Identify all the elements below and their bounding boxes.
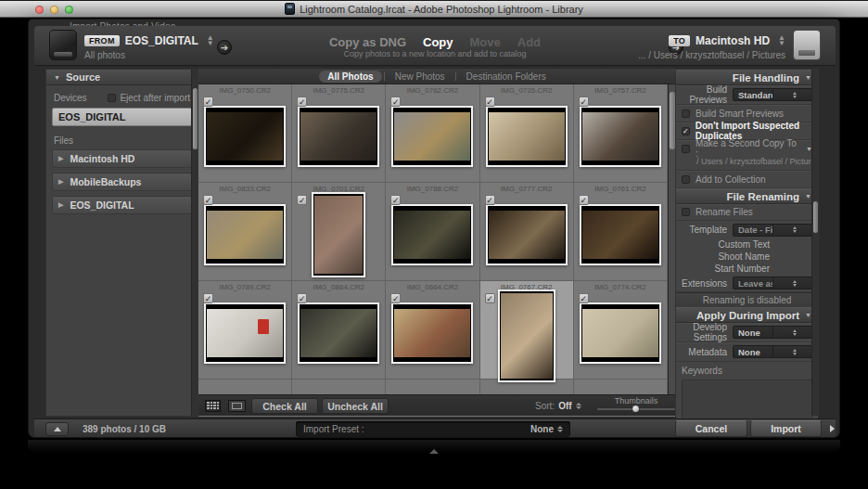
photo-cell[interactable]: IMG_0864.CR2 ✓ xyxy=(292,281,386,380)
photo-cell[interactable]: IMG_0775.CR2 ✓ xyxy=(292,84,386,183)
photo-cell[interactable]: IMG_0757.CR2 ✓ xyxy=(574,84,668,183)
grid-view-icon[interactable] xyxy=(205,400,221,412)
file-handling-header[interactable]: File Handling ▼ xyxy=(676,70,818,85)
photo-thumbnail[interactable] xyxy=(204,106,286,167)
photo-thumbnail[interactable] xyxy=(312,192,365,277)
second-copy-checkbox[interactable] xyxy=(682,145,690,153)
photo-checkbox[interactable]: ✓ xyxy=(203,195,213,205)
source-file-mobilebackups[interactable]: ▶MobileBackups xyxy=(52,173,192,191)
to-device-name[interactable]: Macintosh HD xyxy=(696,34,770,47)
import-mode-copy-as-dng[interactable]: Copy as DNG xyxy=(329,35,406,49)
import-preset-value[interactable]: None xyxy=(530,424,563,434)
photo-checkbox[interactable]: ✓ xyxy=(390,195,401,205)
settings-panel-scrollbar[interactable] xyxy=(811,70,818,416)
photo-thumbnail[interactable] xyxy=(298,302,379,364)
add-to-collection-checkbox[interactable] xyxy=(682,175,690,184)
photo-checkbox[interactable]: ✓ xyxy=(297,97,307,107)
file-renaming-header[interactable]: File Renaming ▼ xyxy=(676,188,818,204)
zoom-window-button[interactable] xyxy=(65,6,73,14)
photo-cell[interactable]: IMG_0735.CR2 ✓ xyxy=(480,84,574,183)
import-mode-add[interactable]: Add xyxy=(517,35,541,49)
grid-scrollbar[interactable] xyxy=(668,84,675,394)
eject-after-import-checkbox[interactable] xyxy=(108,94,116,102)
template-dropdown[interactable]: Date - Filename xyxy=(733,224,812,237)
loupe-view-icon[interactable] xyxy=(228,400,246,412)
build-previews-dropdown[interactable]: Standard xyxy=(733,88,812,101)
photo-cell[interactable]: IMG_0777.CR2 ✓ xyxy=(480,183,574,281)
from-device-name[interactable]: EOS_DIGITAL xyxy=(125,34,198,47)
photo-thumbnail[interactable] xyxy=(580,302,661,364)
sort-value[interactable]: Off xyxy=(558,401,571,411)
keywords-input[interactable] xyxy=(682,380,812,420)
extensions-dropdown[interactable]: Leave as-is xyxy=(733,277,812,290)
photo-cell[interactable]: IMG_0833.CR2 ✓ xyxy=(198,183,292,281)
slider-knob[interactable] xyxy=(632,405,640,413)
rename-files-checkbox[interactable] xyxy=(682,208,690,216)
photo-checkbox[interactable]: ✓ xyxy=(485,97,495,107)
photo-cell-partial[interactable] xyxy=(292,380,386,394)
photo-cell[interactable]: IMG_0788.CR2 ✓ xyxy=(386,183,479,281)
photo-checkbox[interactable]: ✓ xyxy=(579,97,589,107)
photo-cell-partial[interactable] xyxy=(574,380,668,394)
photo-checkbox[interactable]: ✓ xyxy=(297,293,307,303)
photo-checkbox[interactable]: ✓ xyxy=(390,293,401,303)
photo-checkbox[interactable]: ✓ xyxy=(485,293,495,303)
photo-thumbnail[interactable] xyxy=(204,204,286,265)
tab-destination-folders[interactable]: Destination Folders xyxy=(458,71,555,83)
photo-thumbnail[interactable] xyxy=(391,106,473,167)
photo-cell[interactable]: IMG_0761.CR2 ✓ xyxy=(574,183,668,281)
photo-thumbnail[interactable] xyxy=(580,204,661,265)
photo-thumbnail[interactable] xyxy=(391,302,473,364)
photo-checkbox[interactable]: ✓ xyxy=(297,195,307,205)
photo-thumbnail[interactable] xyxy=(498,290,555,382)
photo-thumbnail[interactable] xyxy=(391,204,473,265)
photo-checkbox[interactable]: ✓ xyxy=(203,293,213,303)
import-button[interactable]: Import xyxy=(750,420,822,437)
selected-device-row[interactable]: EOS_DIGITAL xyxy=(52,108,192,126)
photo-checkbox[interactable]: ✓ xyxy=(390,97,401,107)
photo-cell[interactable]: IMG_0789.CR2 ✓ xyxy=(198,281,292,380)
to-destination-selector[interactable]: TO Macintosh HD ▲▼ ... / Users / krzyszt… xyxy=(638,30,821,60)
photo-thumbnail[interactable] xyxy=(204,302,286,364)
tab-all-photos[interactable]: All Photos xyxy=(319,71,381,83)
import-mode-copy[interactable]: Copy xyxy=(423,35,453,49)
photo-checkbox[interactable]: ✓ xyxy=(485,195,495,205)
source-panel-header[interactable]: ▼ Source xyxy=(46,70,198,85)
apply-during-import-header[interactable]: Apply During Import ▼ xyxy=(676,307,818,323)
photo-cell[interactable]: IMG_0774.CR2 ✓ xyxy=(574,281,668,380)
photo-checkbox[interactable]: ✓ xyxy=(579,293,589,303)
metadata-dropdown[interactable]: None xyxy=(733,345,812,358)
photo-cell[interactable]: IMG_0762.CR2 ✓ xyxy=(386,84,479,183)
photo-cell[interactable]: IMG_0701.CR2 ✓ xyxy=(292,183,386,281)
sort-stepper-icon[interactable] xyxy=(576,403,581,409)
panel-reveal-arrow-icon[interactable] xyxy=(830,425,835,432)
source-file-macintosh-hd[interactable]: ▶Macintosh HD xyxy=(52,149,192,168)
source-panel-scrollbar[interactable] xyxy=(191,70,198,416)
smart-previews-checkbox[interactable] xyxy=(682,109,690,118)
photo-thumbnail[interactable] xyxy=(486,106,568,167)
from-source-selector[interactable]: FROM EOS_DIGITAL ▲▼ All photos xyxy=(49,30,214,60)
thumbnail-size-slider[interactable] xyxy=(597,408,675,410)
photo-cell-partial[interactable] xyxy=(386,380,479,394)
photo-cell[interactable]: IMG_0750.CR2 ✓ xyxy=(198,84,292,183)
photo-cell[interactable]: IMG_0767.CR2 ✓ xyxy=(480,281,574,380)
import-mode-move[interactable]: Move xyxy=(470,35,501,49)
photo-cell-partial[interactable] xyxy=(198,380,292,394)
photo-checkbox[interactable]: ✓ xyxy=(203,97,213,107)
check-all-button[interactable]: Check All xyxy=(251,398,318,414)
tab-new-photos[interactable]: New Photos xyxy=(387,71,453,83)
dont-import-duplicates-checkbox[interactable]: ✓ xyxy=(682,127,690,135)
minimize-window-button[interactable] xyxy=(50,6,58,14)
photo-thumbnail[interactable] xyxy=(580,106,661,167)
photo-thumbnail[interactable] xyxy=(486,204,568,265)
close-window-button[interactable] xyxy=(35,6,44,14)
photo-thumbnail[interactable] xyxy=(298,106,379,167)
photo-cell[interactable]: IMG_0664.CR2 ✓ xyxy=(386,281,479,380)
source-file-eos-digital[interactable]: ▶EOS_DIGITAL xyxy=(52,196,192,214)
uncheck-all-button[interactable]: Uncheck All xyxy=(322,398,389,414)
bottom-reveal-arrow-icon[interactable] xyxy=(429,449,439,454)
cancel-button[interactable]: Cancel xyxy=(675,420,747,437)
develop-settings-dropdown[interactable]: None xyxy=(733,326,812,339)
photo-checkbox[interactable]: ✓ xyxy=(579,195,589,205)
collapse-panel-button[interactable] xyxy=(45,422,69,436)
